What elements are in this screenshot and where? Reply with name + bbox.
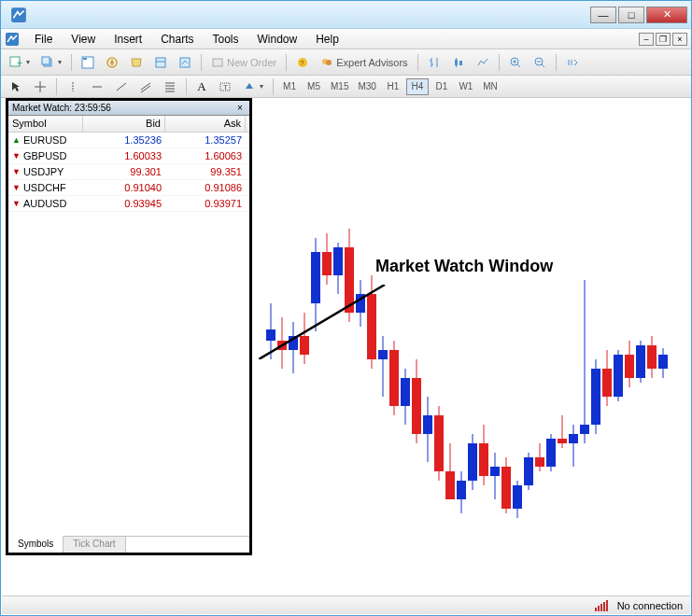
col-ask[interactable]: Ask bbox=[165, 116, 246, 132]
svg-rect-49 bbox=[289, 336, 298, 350]
arrow-down-icon: ▼ bbox=[12, 199, 21, 208]
expert-advisors-button[interactable]: Expert Advisors bbox=[316, 53, 412, 72]
arrows-button[interactable]: ▾ bbox=[238, 77, 268, 96]
strategy-tester-button[interactable] bbox=[174, 53, 196, 72]
auto-scroll-button[interactable] bbox=[561, 53, 584, 72]
mdi-restore-button[interactable]: ❐ bbox=[656, 33, 671, 46]
svg-rect-101 bbox=[580, 425, 589, 434]
mdi-close-button[interactable]: × bbox=[672, 33, 687, 46]
svg-rect-109 bbox=[625, 355, 634, 378]
menu-file[interactable]: File bbox=[25, 31, 62, 48]
new-order-button[interactable]: New Order bbox=[206, 53, 281, 72]
svg-rect-97 bbox=[558, 439, 567, 443]
svg-rect-89 bbox=[513, 485, 522, 509]
menu-window[interactable]: Window bbox=[248, 31, 307, 48]
equidistant-button[interactable] bbox=[134, 77, 157, 96]
tab-symbols[interactable]: Symbols bbox=[8, 536, 64, 553]
metaquotes-button[interactable]: ? bbox=[291, 53, 314, 72]
svg-rect-81 bbox=[468, 443, 477, 481]
tf-d1-button[interactable]: D1 bbox=[431, 78, 453, 95]
titlebar[interactable]: — □ ✕ bbox=[1, 1, 691, 29]
market-watch-close-button[interactable]: × bbox=[234, 103, 246, 114]
close-button[interactable]: ✕ bbox=[646, 7, 687, 23]
cursor-button[interactable] bbox=[5, 77, 27, 96]
chart-area[interactable] bbox=[259, 98, 690, 595]
tf-m15-button[interactable]: M15 bbox=[327, 78, 352, 95]
arrow-down-icon: ▼ bbox=[12, 167, 21, 176]
navigator-button[interactable] bbox=[101, 53, 123, 72]
svg-rect-103 bbox=[591, 369, 600, 425]
minimize-button[interactable]: — bbox=[590, 7, 616, 23]
new-chart-button[interactable]: +▾ bbox=[5, 53, 35, 72]
col-symbol[interactable]: Symbol bbox=[8, 116, 83, 132]
svg-line-35 bbox=[117, 83, 126, 91]
market-watch-button[interactable] bbox=[77, 53, 99, 72]
svg-rect-67 bbox=[389, 350, 399, 406]
candle-chart-button[interactable] bbox=[447, 53, 470, 72]
svg-rect-23 bbox=[459, 61, 462, 65]
line-chart-button[interactable] bbox=[472, 53, 494, 72]
zoom-out-button[interactable] bbox=[529, 53, 551, 72]
tf-h4-button[interactable]: H4 bbox=[406, 78, 429, 95]
col-bid[interactable]: Bid bbox=[83, 116, 165, 132]
text-button[interactable]: A bbox=[191, 77, 212, 96]
bar-chart-button[interactable] bbox=[423, 53, 445, 72]
svg-rect-47 bbox=[277, 341, 287, 350]
svg-rect-73 bbox=[423, 415, 432, 434]
menu-charts[interactable]: Charts bbox=[151, 31, 203, 48]
annotation-label: Market Watch Window bbox=[375, 257, 553, 276]
tf-m5-button[interactable]: M5 bbox=[303, 78, 325, 95]
svg-rect-53 bbox=[311, 252, 320, 303]
symbol-cell: ▼AUDUSD bbox=[8, 198, 83, 209]
svg-rect-99 bbox=[569, 434, 578, 443]
ask-cell: 1.35257 bbox=[165, 134, 246, 146]
svg-rect-91 bbox=[524, 457, 533, 485]
candlestick-chart[interactable] bbox=[259, 98, 688, 583]
market-watch-header: Symbol Bid Ask bbox=[8, 116, 249, 133]
trendline-button[interactable] bbox=[110, 77, 133, 96]
expert-advisors-label: Expert Advisors bbox=[336, 57, 407, 68]
svg-rect-51 bbox=[300, 336, 309, 355]
svg-rect-85 bbox=[490, 467, 500, 476]
ask-cell: 1.60063 bbox=[165, 150, 246, 161]
text-label-button[interactable]: T bbox=[214, 77, 236, 96]
maximize-button[interactable]: □ bbox=[618, 7, 644, 23]
tf-h1-button[interactable]: H1 bbox=[382, 78, 404, 95]
svg-rect-7 bbox=[83, 58, 87, 60]
symbol-cell: ▼USDCHF bbox=[8, 182, 83, 193]
market-watch-row[interactable]: ▼GBPUSD1.600331.60063 bbox=[8, 148, 249, 164]
bid-cell: 99.301 bbox=[83, 166, 165, 177]
menu-tools[interactable]: Tools bbox=[204, 31, 248, 48]
svg-rect-121 bbox=[606, 600, 608, 611]
menu-insert[interactable]: Insert bbox=[105, 31, 151, 48]
arrow-down-icon: ▼ bbox=[12, 183, 21, 192]
tab-tick-chart[interactable]: Tick Chart bbox=[64, 537, 125, 553]
tf-m1-button[interactable]: M1 bbox=[278, 78, 301, 95]
zoom-in-button[interactable] bbox=[504, 53, 527, 72]
profiles-button[interactable]: ▾ bbox=[36, 53, 66, 72]
tf-mn-button[interactable]: MN bbox=[479, 78, 501, 95]
market-watch-row[interactable]: ▼AUDUSD0.939450.93971 bbox=[8, 196, 249, 212]
fibo-button[interactable] bbox=[159, 77, 181, 96]
tf-m30-button[interactable]: M30 bbox=[354, 78, 379, 95]
symbol-cell: ▲EURUSD bbox=[8, 134, 83, 146]
svg-rect-12 bbox=[213, 59, 222, 66]
terminal-button[interactable] bbox=[125, 53, 148, 72]
menu-view[interactable]: View bbox=[62, 31, 105, 48]
market-watch-panel: Market Watch: 23:59:56 × Symbol Bid Ask … bbox=[6, 98, 252, 555]
market-watch-row[interactable]: ▼USDCHF0.910400.91086 bbox=[8, 180, 249, 196]
svg-rect-79 bbox=[457, 481, 466, 499]
svg-rect-5 bbox=[42, 57, 49, 64]
menu-help[interactable]: Help bbox=[306, 31, 348, 48]
market-watch-row[interactable]: ▲EURUSD1.352361.35257 bbox=[8, 133, 249, 148]
horizontal-line-button[interactable] bbox=[86, 77, 108, 96]
tf-w1-button[interactable]: W1 bbox=[455, 78, 477, 95]
svg-rect-55 bbox=[322, 252, 332, 275]
data-window-button[interactable] bbox=[149, 53, 172, 72]
vertical-line-button[interactable] bbox=[62, 77, 84, 96]
market-watch-titlebar[interactable]: Market Watch: 23:59:56 × bbox=[8, 101, 249, 116]
crosshair-button[interactable] bbox=[29, 77, 51, 96]
market-watch-row[interactable]: ▼USDJPY99.30199.351 bbox=[8, 164, 249, 180]
svg-rect-1 bbox=[6, 33, 19, 46]
mdi-minimize-button[interactable]: – bbox=[639, 33, 654, 46]
